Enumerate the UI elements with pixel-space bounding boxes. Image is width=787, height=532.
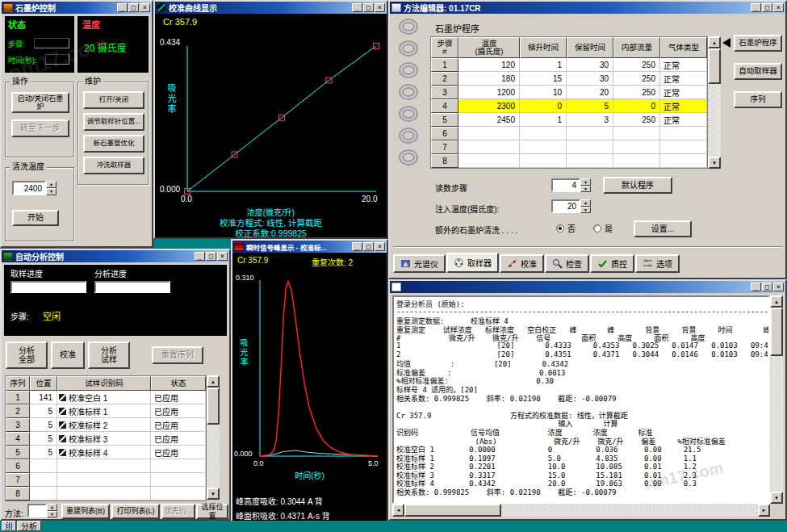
cell-position[interactable]: 5	[30, 432, 57, 446]
spin-down-button[interactable]: ▼	[580, 186, 591, 193]
calibrate-button[interactable]: 校准	[51, 341, 85, 369]
analyze-sample-button[interactable]: 分析 试样	[88, 341, 130, 369]
table-row[interactable]: 6	[6, 459, 206, 473]
scroll-thumb[interactable]	[404, 504, 501, 517]
reset-sequence-button[interactable]: 重置序列	[152, 346, 203, 364]
row-header[interactable]: 7	[431, 140, 458, 154]
cell-hold[interactable]	[567, 154, 613, 168]
scroll-down-arrow[interactable]: ▼	[770, 492, 783, 504]
cell-gas[interactable]: 正常	[660, 58, 707, 72]
col-header-sequence[interactable]: 序列	[6, 376, 30, 391]
scroll-up-arrow[interactable]: ▲	[708, 36, 721, 48]
table-row[interactable]: 7	[431, 140, 707, 154]
cell-flow[interactable]	[613, 140, 660, 154]
col-header-sample-id[interactable]: 试样识别码	[57, 376, 151, 391]
col-header-status[interactable]: 状态	[151, 376, 206, 391]
priority-button[interactable]: 优先(I)...	[161, 504, 195, 519]
spin-up-button[interactable]: ▲	[47, 504, 57, 511]
cell-status[interactable]: 已应用	[151, 432, 206, 446]
tab-options[interactable]: 选项	[635, 254, 680, 273]
scroll-thumb[interactable]	[770, 308, 783, 356]
cell-status[interactable]	[151, 459, 206, 473]
cell-flow[interactable]: 250	[613, 72, 660, 86]
cell-sample-id[interactable]	[57, 487, 151, 501]
cell-sample-id[interactable]: 校准标样 4	[57, 446, 151, 459]
cell-temperature[interactable]: 2450	[458, 113, 520, 127]
table-vscrollbar[interactable]: ▲ ▼	[708, 36, 721, 169]
method-value[interactable]	[27, 504, 47, 517]
cell-ramp[interactable]	[520, 140, 567, 154]
col-header-position[interactable]: 位置	[30, 376, 57, 391]
cell-hold[interactable]: 30	[567, 72, 613, 86]
close-button[interactable]: ×	[773, 283, 784, 291]
cell-flow[interactable]: 250	[613, 58, 660, 72]
cell-ramp[interactable]: 1	[520, 58, 567, 72]
maximize-button[interactable]: □	[206, 252, 216, 261]
analyze-all-button[interactable]: 分析 全部	[6, 341, 48, 369]
close-button[interactable]: ×	[773, 3, 784, 12]
cell-sequence[interactable]: 3	[6, 418, 30, 432]
table-row[interactable]: 8	[6, 487, 206, 501]
cell-ramp[interactable]: 0	[520, 99, 567, 113]
auto-analysis-titlebar[interactable]: 自动分析控制 _ □ ×	[2, 250, 229, 262]
page-nav-button[interactable]: 石墨炉程序	[734, 35, 782, 52]
spin-down-button[interactable]: ▼	[46, 188, 57, 195]
select-position-button[interactable]: 选择位置	[196, 504, 228, 519]
cell-ramp[interactable]	[520, 154, 567, 168]
log-text-area[interactable]: 登录分析员 (原始):-----------------------------…	[392, 295, 770, 504]
cell-hold[interactable]: 3	[567, 113, 613, 127]
default-program-button[interactable]: 默认程序	[603, 177, 672, 194]
maximize-button[interactable]: □	[762, 3, 772, 12]
table-row[interactable]: 8	[431, 154, 707, 168]
minimize-button[interactable]: _	[352, 3, 362, 12]
table-row[interactable]: 6	[431, 127, 707, 140]
maintenance-button[interactable]: 打开/关闭	[83, 91, 144, 109]
cell-sample-id[interactable]: 校准标样 1	[57, 404, 151, 418]
extra-clean-radio-yes[interactable]: 是	[593, 222, 613, 234]
tab-grid[interactable]	[2, 521, 16, 531]
col-header-step[interactable]: 步骤 #	[431, 37, 458, 58]
col-header-ramp[interactable]: 梯升时间	[520, 37, 567, 58]
cell-sequence[interactable]: 6	[6, 459, 30, 473]
tab-analysis[interactable]: 分析	[17, 521, 41, 531]
close-button[interactable]: ×	[375, 242, 385, 251]
cell-temperature[interactable]: 180	[458, 72, 520, 86]
minimize-button[interactable]: _	[751, 3, 761, 12]
cell-sequence[interactable]: 5	[6, 446, 30, 459]
rebuild-list-button[interactable]: 重建列表(B)	[61, 504, 110, 519]
log-hscrollbar[interactable]: ◄ ►	[392, 504, 770, 517]
radio-dot-icon[interactable]	[556, 224, 564, 232]
cell-ramp[interactable]: 1	[520, 113, 567, 127]
minimize-button[interactable]: _	[195, 252, 205, 261]
cell-sample-id[interactable]	[57, 473, 151, 487]
tab-spectrometer[interactable]: 光谱仪	[393, 254, 446, 273]
maximize-button[interactable]: □	[128, 3, 139, 12]
cell-sequence[interactable]: 7	[6, 473, 30, 487]
extra-clean-radio-no[interactable]: 否	[556, 222, 576, 234]
cell-sample-id[interactable]	[57, 459, 151, 473]
scroll-thumb[interactable]	[708, 48, 721, 84]
cell-gas[interactable]: 正常	[660, 113, 707, 127]
radio-dot-icon[interactable]	[593, 224, 601, 232]
spin-up-button[interactable]: ▲	[46, 181, 57, 188]
scroll-right-arrow[interactable]: ►	[758, 504, 770, 517]
cell-gas[interactable]	[660, 154, 707, 168]
cell-gas[interactable]: 正常	[660, 72, 707, 86]
row-header[interactable]: 3	[431, 86, 458, 99]
log-vscrollbar[interactable]: ▲ ▼	[770, 295, 783, 504]
cell-status[interactable]: 已应用	[151, 391, 206, 404]
cell-temperature[interactable]	[458, 140, 520, 154]
minimize-button[interactable]: _	[751, 283, 761, 291]
cell-ramp[interactable]	[520, 127, 567, 140]
row-header[interactable]: 4	[431, 99, 458, 113]
page-nav-button[interactable]: 序列	[734, 91, 782, 108]
minimize-button[interactable]: _	[117, 3, 128, 12]
cell-ramp[interactable]: 10	[520, 86, 567, 99]
print-list-button[interactable]: 打印列表(L)	[111, 504, 160, 519]
row-header[interactable]: 1	[431, 58, 458, 72]
cell-flow[interactable]: 250	[613, 86, 660, 99]
start-stop-furnace-button[interactable]: 启动/关闭石墨炉	[11, 92, 69, 113]
cell-position[interactable]	[30, 459, 57, 473]
cell-status[interactable]: 已应用	[151, 418, 206, 432]
sequence-table-vscrollbar[interactable]: ▲ ▼	[207, 375, 220, 500]
